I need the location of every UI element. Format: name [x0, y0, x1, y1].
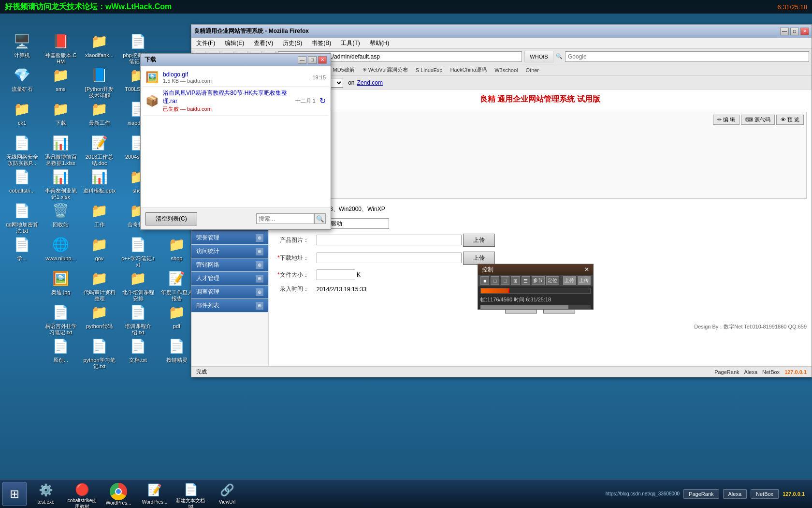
video-btn-stop[interactable]: ■ — [480, 276, 489, 285]
desktop-icon-pdf[interactable]: 📁 pdf — [159, 301, 195, 331]
netbox-button[interactable]: NetBox — [751, 489, 779, 499]
alexa-button[interactable]: Alexa — [723, 489, 747, 499]
desktop-icon-pptx[interactable]: 📊 道科模板.pptx — [81, 165, 117, 195]
menu-bookmarks[interactable]: 书签(B) — [309, 38, 334, 48]
video-btn-upload1[interactable]: 上传 — [563, 276, 576, 285]
desktop-icon-python-book[interactable]: 📘 [Python开发技术详解 — [81, 64, 117, 100]
edit-button[interactable]: ✏ 编 辑 — [713, 115, 740, 125]
taskbar-icon-newtxt[interactable]: 📄 新建文本文档.txt — [174, 481, 208, 507]
menu-help[interactable]: 帮助(H) — [367, 38, 392, 48]
download-item-1[interactable]: 🖼️ bdlogo.gif 1.5 KB — baidu.com 19:15 — [143, 69, 328, 87]
download-close-button[interactable]: ✕ — [318, 56, 327, 64]
download-search-input[interactable] — [256, 213, 314, 224]
download-minimize-button[interactable]: — — [298, 56, 306, 64]
video-close-button[interactable]: ✕ — [584, 266, 589, 273]
desktop-icon-xiazai[interactable]: 📁 下载 — [43, 98, 79, 128]
desktop-icon-aotu[interactable]: 🖼️ 奥迪.jpg — [43, 267, 79, 297]
desktop-icon-qq[interactable]: 📄 qq网地加密算法.txt — [4, 199, 40, 236]
desktop-icon-ck1[interactable]: 📁 ck1 — [4, 98, 40, 128]
desktop-icon-xuexi[interactable]: 📄 学... — [4, 233, 40, 263]
minimize-button[interactable]: — — [780, 28, 789, 35]
video-volume-bar[interactable] — [480, 305, 591, 309]
desktop-icon-wenjian[interactable]: 📄 文档.txt — [120, 335, 156, 365]
bookmark-webvul[interactable]: ✳ WebVul漏洞公布 — [361, 66, 410, 74]
desktop-icon-excel2[interactable]: 📊 李善友创业笔记1.xlsx — [43, 165, 79, 202]
bookmark-linuxexp[interactable]: S LinuxExp — [414, 67, 445, 74]
download-item-2[interactable]: 📦 浴血凤凰VIP易语言教程共80节-HK共享吧收集整理.rar 已失败 — b… — [143, 87, 328, 116]
desktop-icon-liulang[interactable]: 💎 流量矿石 — [4, 64, 40, 94]
video-btn-locate[interactable]: 定位 — [546, 276, 559, 285]
sidebar-header-diaocha[interactable]: 调查管理 ⊕ — [191, 285, 268, 299]
filesize-input[interactable] — [317, 269, 355, 280]
menu-view[interactable]: 查看(V) — [251, 38, 276, 48]
desktop-icon-yiyu[interactable]: 📄 易语言外挂学习笔记.txt — [43, 301, 79, 337]
close-button[interactable]: ✕ — [800, 28, 809, 35]
sidebar-header-youjian[interactable]: 邮件列表 ⊕ — [191, 299, 268, 312]
sidebar-header-rencai[interactable]: 人才管理 ⊕ — [191, 272, 268, 285]
desktop-icon-jisuanji[interactable]: 🖥️ 计算机 — [4, 30, 40, 60]
video-btn-prev[interactable]: □ — [491, 276, 499, 285]
desktop-icon-cplusplus[interactable]: 📄 c++学习笔记.txt — [120, 233, 156, 269]
upload-image-button[interactable]: 上传 — [463, 234, 495, 247]
video-btn-menu[interactable]: ☰ — [522, 276, 530, 285]
desktop-icon-shop[interactable]: 📁 shop — [159, 233, 195, 263]
bookmark-w3school[interactable]: W3school — [493, 67, 520, 74]
desktop-icon-yuanchuang[interactable]: 📄 原创... — [43, 335, 79, 365]
download-maximize-button[interactable]: □ — [308, 56, 317, 64]
clear-list-button[interactable]: 清空列表(C) — [145, 212, 197, 225]
desktop-icon-cobalt[interactable]: 📄 cobaltstri... — [4, 165, 40, 195]
menu-edit[interactable]: 编辑(E) — [222, 38, 246, 48]
menu-tools[interactable]: 工具(T) — [338, 38, 362, 48]
google-search[interactable] — [565, 51, 809, 62]
desktop-icon-peixun[interactable]: 📄 培训课程介绍.txt — [120, 301, 156, 337]
bookmark-hackchina[interactable]: HackChina源码 — [448, 66, 489, 74]
video-btn-next[interactable]: □ — [501, 276, 509, 285]
desktop-icon-excel1[interactable]: 📊 迅讯微博前百名数据1.xlsx — [43, 132, 79, 168]
menu-history[interactable]: 历史(S) — [280, 38, 304, 48]
bookmark-md5[interactable]: MD5破解 — [331, 66, 357, 74]
desktop-icon-zuixin[interactable]: 📁 最新工作 — [81, 98, 117, 128]
download-search-button[interactable]: 🔍 — [314, 213, 326, 224]
source-button[interactable]: ⌨ 源代码 — [741, 115, 775, 125]
desktop-icon-gov[interactable]: 📁 gov — [81, 233, 117, 263]
menu-file[interactable]: 文件(F) — [194, 38, 218, 48]
taskbar-icon-viewurl[interactable]: 🔗 ViewUrl — [210, 481, 244, 507]
editor-area[interactable]: ✏ 编 辑 ⌨ 源代码 👁 预 览 — [274, 112, 807, 199]
pagerank-button[interactable]: PageRank — [683, 489, 719, 499]
zend-link[interactable]: Zend.com — [357, 79, 383, 86]
download-input[interactable] — [317, 253, 462, 263]
taskbar-icon-wordpress[interactable]: 📝 WordPres... — [138, 481, 172, 507]
download-retry-icon[interactable]: ↻ — [319, 96, 326, 105]
desktop-icon-www[interactable]: 🌐 www.niubo... — [43, 233, 79, 263]
desktop-icon-gongzuo[interactable]: 📁 工作 — [81, 199, 117, 229]
desktop-icon-pythonxue[interactable]: 📄 python学习笔记.txt — [81, 335, 117, 371]
taskbar-icon-cobalt[interactable]: 🔴 cobaltstrike使用教材 — [65, 481, 99, 507]
desktop-icon-anjian[interactable]: 📄 按键精灵 — [159, 335, 195, 365]
sidebar-header-yingxiao[interactable]: 营销网络 ⊕ — [191, 258, 268, 271]
sidebar-header-rongyu[interactable]: 荣誉管理 ⊕ — [191, 231, 268, 244]
whois-button[interactable]: WHOIS — [524, 51, 553, 62]
video-btn-section[interactable]: 多节 — [532, 276, 545, 285]
sidebar-header-fangwen[interactable]: 访问统计 ⊕ — [191, 245, 268, 258]
desktop-icon-beidu[interactable]: 📁 北斗培训课程安排 — [120, 267, 156, 303]
desktop-icon-sms[interactable]: 📁 sms — [43, 64, 79, 94]
desktop-icon-pythondaima[interactable]: 📁 python代码 — [81, 301, 117, 331]
desktop-icon-daimashenjiziliao[interactable]: 📁 代码审计资料整理 — [81, 267, 117, 303]
maximize-button[interactable]: □ — [790, 28, 799, 35]
taskbar-icon-testexe[interactable]: ⚙️ test.exe — [29, 481, 63, 507]
desktop-icon-chm[interactable]: 📕 神器验版本.CHM — [43, 30, 79, 66]
desktop-icon-2013[interactable]: 📝 2013工作总结.doc — [81, 132, 117, 168]
upload-file-button[interactable]: 上传 — [463, 252, 495, 265]
desktop-icon-wuxian[interactable]: 📄 无线网络安全攻防实践P... — [4, 132, 40, 168]
video-progress-bar[interactable] — [480, 288, 591, 294]
start-button[interactable]: ⊞ — [2, 482, 27, 506]
taskbar-icon-chrome[interactable]: WordPres... — [102, 481, 135, 507]
bookmark-other[interactable]: Other- — [524, 67, 543, 74]
video-btn-grid[interactable]: ⊞ — [511, 276, 520, 285]
image-input[interactable] — [317, 235, 462, 245]
desktop-icon-niandu[interactable]: 📝 年度工作查人报告 — [159, 267, 195, 303]
video-btn-upload2[interactable]: 上传 — [578, 276, 591, 285]
desktop-icon-huishou[interactable]: 🗑️ 回收站 — [43, 199, 79, 229]
desktop-icon-xiaodie[interactable]: 📁 xiaodifank... — [81, 30, 117, 60]
preview-button[interactable]: 👁 预 览 — [776, 115, 804, 125]
